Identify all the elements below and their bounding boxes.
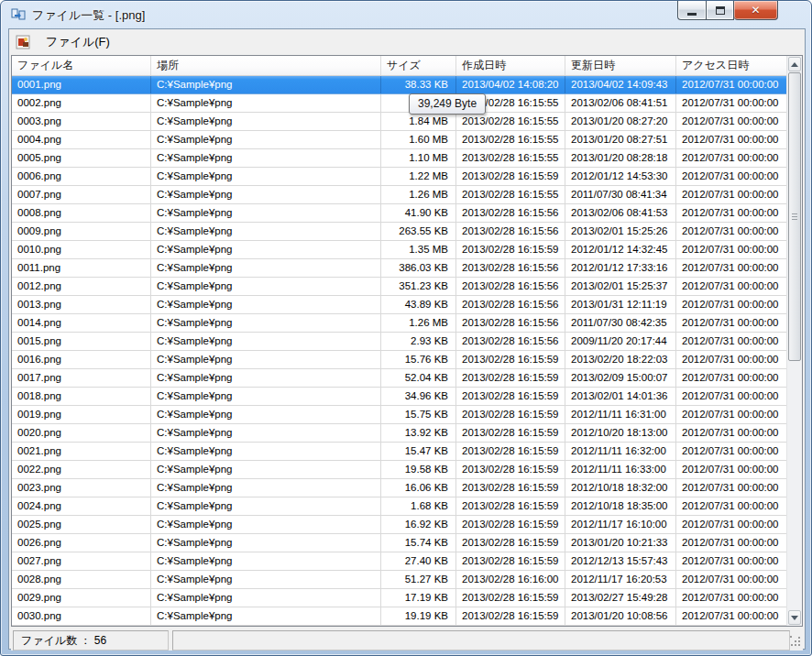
table-row[interactable]: 0013.png C:¥Sample¥png 43.89 KB 2013/02/… — [12, 296, 786, 314]
cell-accessed: 2012/07/31 00:00:00 — [676, 534, 786, 552]
cell-accessed: 2012/07/31 00:00:00 — [676, 94, 786, 112]
cell-accessed: 2012/07/31 00:00:00 — [676, 186, 786, 203]
close-button[interactable]: ✕ — [734, 1, 778, 20]
cell-accessed: 2012/07/31 00:00:00 — [676, 424, 786, 442]
cell-created: 2013/02/28 16:15:59 — [456, 479, 565, 497]
cell-location: C:¥Sample¥png — [151, 607, 381, 625]
cell-modified: 2013/01/20 08:28:18 — [565, 149, 676, 167]
table-row[interactable]: 0002.png C:¥Sample¥png 2013/02/28 16:15:… — [12, 94, 786, 113]
table-row[interactable]: 0012.png C:¥Sample¥png 351.23 KB 2013/02… — [12, 278, 786, 296]
cell-modified: 2013/01/20 08:27:20 — [565, 113, 676, 130]
table-row[interactable]: 0018.png C:¥Sample¥png 34.96 KB 2013/02/… — [12, 388, 786, 406]
scroll-up-icon — [791, 62, 798, 67]
cell-size: 51.27 KB — [381, 571, 456, 588]
table-row[interactable]: 0026.png C:¥Sample¥png 15.74 KB 2013/02/… — [12, 534, 786, 552]
menu-file-icon[interactable] — [16, 35, 30, 49]
scroll-up-button[interactable] — [788, 57, 801, 71]
cell-accessed: 2012/07/31 00:00:00 — [676, 461, 786, 478]
table-row[interactable]: 0005.png C:¥Sample¥png 1.10 MB 2013/02/2… — [12, 149, 786, 168]
cell-location: C:¥Sample¥png — [151, 534, 381, 552]
cell-accessed: 2012/07/31 00:00:00 — [676, 168, 786, 185]
table-row[interactable]: 0030.png C:¥Sample¥png 19.19 KB 2013/02/… — [12, 607, 786, 626]
table-row[interactable]: 0023.png C:¥Sample¥png 16.06 KB 2013/02/… — [12, 479, 786, 497]
column-header-size[interactable]: サイズ — [381, 56, 456, 75]
cell-created: 2013/02/28 16:15:59 — [456, 461, 565, 478]
cell-accessed: 2012/07/31 00:00:00 — [676, 516, 786, 533]
cell-filename: 0008.png — [12, 204, 151, 222]
cell-filename: 0024.png — [12, 497, 151, 515]
table-row[interactable]: 0001.png C:¥Sample¥png 38.33 KB 2013/04/… — [12, 76, 786, 94]
app-icon[interactable] — [11, 7, 26, 22]
column-header-created[interactable]: 作成日時 — [456, 56, 565, 75]
application-window: ファイル一覧 - [.png] ✕ ファイル(F) ファイル名 場所 — [0, 0, 812, 656]
minimize-button[interactable] — [677, 1, 706, 20]
table-row[interactable]: 0022.png C:¥Sample¥png 19.58 KB 2013/02/… — [12, 461, 786, 479]
cell-accessed: 2012/07/31 00:00:00 — [676, 351, 786, 368]
table-row[interactable]: 0014.png C:¥Sample¥png 1.26 MB 2013/02/2… — [12, 314, 786, 333]
cell-filename: 0003.png — [12, 113, 151, 130]
menu-bar: ファイル(F) — [9, 29, 805, 54]
column-header-accessed[interactable]: アクセス日時 — [676, 56, 786, 75]
cell-accessed: 2012/07/31 00:00:00 — [676, 443, 786, 460]
table-row[interactable]: 0020.png C:¥Sample¥png 13.92 KB 2013/02/… — [12, 424, 786, 443]
table-row[interactable]: 0017.png C:¥Sample¥png 52.04 KB 2013/02/… — [12, 369, 786, 388]
cell-filename: 0029.png — [12, 589, 151, 607]
table-row[interactable]: 0021.png C:¥Sample¥png 15.47 KB 2013/02/… — [12, 443, 786, 461]
cell-filename: 0018.png — [12, 388, 151, 405]
table-row[interactable]: 0004.png C:¥Sample¥png 1.60 MB 2013/02/2… — [12, 131, 786, 149]
cell-accessed: 2012/07/31 00:00:00 — [676, 278, 786, 295]
cell-filename: 0017.png — [12, 369, 151, 387]
title-bar[interactable]: ファイル一覧 - [.png] ✕ — [1, 1, 811, 28]
menu-item-file[interactable]: ファイル(F) — [39, 31, 116, 53]
table-row[interactable]: 0029.png C:¥Sample¥png 17.19 KB 2013/02/… — [12, 589, 786, 607]
cell-filename: 0021.png — [12, 443, 151, 460]
cell-location: C:¥Sample¥png — [151, 424, 381, 442]
table-row[interactable]: 0007.png C:¥Sample¥png 1.26 MB 2013/02/2… — [12, 186, 786, 204]
table-row[interactable]: 0011.png C:¥Sample¥png 386.03 KB 2013/02… — [12, 259, 786, 278]
cell-size: 1.26 MB — [381, 314, 456, 332]
cell-accessed: 2012/07/31 00:00:00 — [676, 607, 786, 625]
column-header-filename[interactable]: ファイル名 — [12, 56, 151, 75]
table-row[interactable]: 0019.png C:¥Sample¥png 15.75 KB 2013/02/… — [12, 406, 786, 424]
cell-filename: 0012.png — [12, 278, 151, 295]
cell-accessed: 2012/07/31 00:00:00 — [676, 223, 786, 240]
cell-modified: 2013/02/20 18:22:03 — [565, 351, 676, 368]
cell-location: C:¥Sample¥png — [151, 589, 381, 607]
cell-created: 2013/02/28 16:15:59 — [456, 388, 565, 405]
table-row[interactable]: 0008.png C:¥Sample¥png 41.90 KB 2013/02/… — [12, 204, 786, 223]
table-row[interactable]: 0025.png C:¥Sample¥png 16.92 KB 2013/02/… — [12, 516, 786, 534]
table-row[interactable]: 0015.png C:¥Sample¥png 2.93 KB 2013/02/2… — [12, 333, 786, 351]
cell-modified: 2012/01/12 14:32:45 — [565, 241, 676, 258]
vertical-scrollbar[interactable] — [786, 56, 802, 626]
table-row[interactable]: 0010.png C:¥Sample¥png 1.35 MB 2013/02/2… — [12, 241, 786, 259]
table-row[interactable]: 0027.png C:¥Sample¥png 27.40 KB 2013/02/… — [12, 552, 786, 571]
column-header-location[interactable]: 場所 — [151, 56, 381, 75]
cell-created: 2013/02/28 16:15:59 — [456, 351, 565, 368]
cell-modified: 2012/11/17 16:20:53 — [565, 571, 676, 588]
scroll-down-button[interactable] — [788, 610, 801, 625]
cell-modified: 2013/02/06 08:41:51 — [565, 94, 676, 112]
table-row[interactable]: 0024.png C:¥Sample¥png 1.68 KB 2013/02/2… — [12, 497, 786, 516]
column-header-modified[interactable]: 更新日時 — [565, 56, 676, 75]
cell-created: 2013/02/28 16:15:59 — [456, 497, 565, 515]
cell-accessed: 2012/07/31 00:00:00 — [676, 497, 786, 515]
scrollbar-thumb[interactable] — [788, 72, 801, 361]
header-row: ファイル名 場所 サイズ 作成日時 更新日時 アクセス日時 — [12, 56, 786, 76]
cell-modified: 2013/02/01 14:01:36 — [565, 388, 676, 405]
table-row[interactable]: 0028.png C:¥Sample¥png 51.27 KB 2013/02/… — [12, 571, 786, 589]
cell-size: 1.35 MB — [381, 241, 456, 258]
table-row[interactable]: 0003.png C:¥Sample¥png 1.84 MB 2013/02/2… — [12, 113, 786, 131]
table-row[interactable]: 0009.png C:¥Sample¥png 263.55 KB 2013/02… — [12, 223, 786, 241]
table-row[interactable]: 0006.png C:¥Sample¥png 1.22 MB 2013/02/2… — [12, 168, 786, 186]
cell-size: 15.47 KB — [381, 443, 456, 460]
cell-location: C:¥Sample¥png — [151, 571, 381, 588]
maximize-button[interactable] — [706, 1, 734, 20]
resize-grip[interactable] — [790, 636, 802, 648]
cell-created: 2013/02/28 16:15:55 — [456, 186, 565, 203]
cell-modified: 2013/01/20 10:21:33 — [565, 534, 676, 552]
cell-accessed: 2012/07/31 00:00:00 — [676, 204, 786, 222]
cell-modified: 2013/02/06 08:41:53 — [565, 204, 676, 222]
table-row[interactable]: 0016.png C:¥Sample¥png 15.76 KB 2013/02/… — [12, 351, 786, 369]
cell-location: C:¥Sample¥png — [151, 149, 381, 167]
cell-filename: 0010.png — [12, 241, 151, 258]
